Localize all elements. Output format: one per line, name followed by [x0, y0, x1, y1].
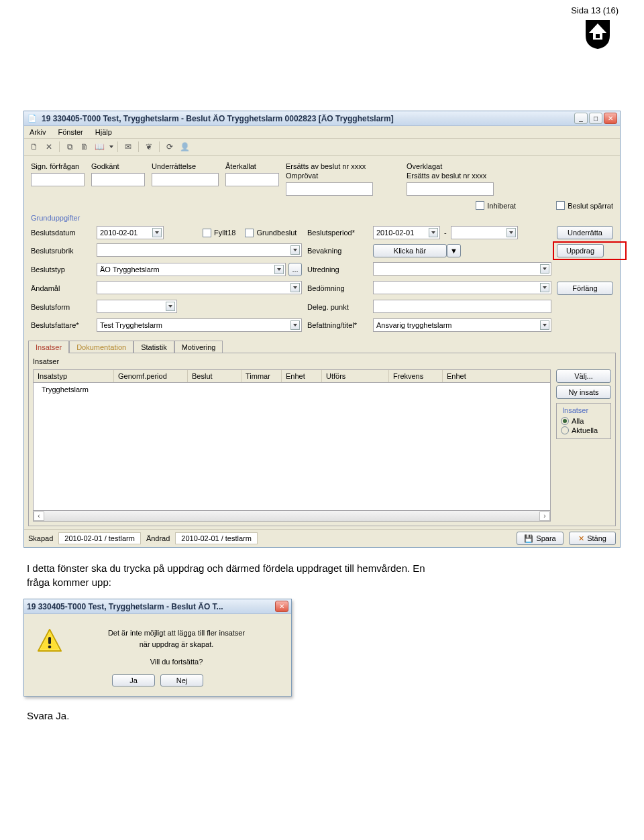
menu-hjalp[interactable]: Hjälp [95, 128, 112, 136]
andamal-combo[interactable] [97, 281, 302, 294]
minimize-button[interactable]: _ [574, 113, 588, 124]
beslutsfattare-combo[interactable]: Test Trygghetslarm [97, 318, 302, 332]
app-icon: 📄 [27, 113, 38, 124]
tab-dokumentation[interactable]: Dokumentation [69, 341, 133, 353]
omprovat-input[interactable] [286, 182, 373, 196]
chevron-down-icon[interactable] [429, 228, 438, 237]
deleg-input[interactable] [373, 300, 551, 313]
chevron-down-icon[interactable] [274, 265, 284, 274]
label-beslutsrubrik: Beslutsrubrik [31, 247, 88, 255]
ny-insats-button[interactable]: Ny insats [556, 385, 611, 399]
answer-text: Svara Ja. [27, 710, 617, 721]
chevron-down-icon[interactable] [290, 320, 300, 330]
label-ersatts-av: Ersätts av beslut nr xxxx [286, 162, 401, 170]
horizontal-scrollbar[interactable]: ‹ › [34, 510, 550, 521]
label-skapad: Skapad [28, 534, 53, 542]
chevron-down-icon[interactable] [540, 264, 549, 274]
svg-rect-0 [596, 34, 600, 38]
beslut-sparrat-checkbox[interactable]: Beslut spärrat [556, 201, 613, 210]
forlang-button[interactable]: Förläng [557, 282, 613, 295]
utredning-combo[interactable] [373, 262, 551, 276]
beslutsrubrik-combo[interactable] [97, 243, 302, 257]
fyllt18-checkbox[interactable]: Fyllt18 [203, 229, 235, 237]
chevron-down-icon[interactable] [166, 302, 175, 311]
label-andrad: Ändrad [146, 534, 170, 542]
titlebar: 📄 19 330405-T000 Test, Trygghetslarm - B… [24, 111, 620, 126]
chevron-down-icon[interactable] [540, 283, 549, 292]
skapad-value: 2010-02-01 / testlarm [58, 532, 141, 544]
shield-logo-icon [585, 19, 610, 50]
delete-icon[interactable]: ✕ [43, 141, 55, 153]
tab-statistik[interactable]: Statistik [133, 341, 174, 353]
label-bevakning: Bevakning [307, 247, 364, 255]
label-omprovat: Omprövat [286, 172, 401, 180]
beslutstyp-ellipsis-button[interactable]: ... [288, 263, 302, 276]
window-title: 19 330405-T000 Test, Trygghetslarm - Bes… [42, 114, 574, 123]
instruction-text: I detta fönster ska du trycka på uppdrag… [27, 561, 617, 589]
befattning-combo[interactable]: Ansvarig trygghetslarm [373, 318, 551, 332]
svg-point-2 [48, 646, 52, 649]
table-row[interactable]: Trygghetslarm [38, 384, 546, 395]
bedomning-combo[interactable] [373, 281, 551, 294]
beslutsperiod-to-combo[interactable] [451, 226, 518, 239]
sign-input[interactable] [31, 173, 85, 186]
chevron-down-icon[interactable] [540, 320, 549, 330]
chevron-down-icon[interactable] [290, 245, 300, 255]
beslutsdatum-combo[interactable]: 2010-02-01 [97, 226, 164, 239]
panel-title: Insatser [33, 357, 611, 365]
underrattelse-input[interactable] [152, 173, 219, 186]
label-bedomning: Bedömning [307, 284, 364, 292]
grundbeslut-checkbox[interactable]: Grundbeslut [245, 229, 297, 237]
beslutsform-combo[interactable] [97, 300, 177, 313]
mail-icon[interactable]: ✉ [122, 141, 134, 153]
tab-insatser[interactable]: Insatser [28, 341, 69, 353]
label-ersatts-av-2: Ersätts av beslut nr xxxx [407, 172, 608, 180]
col-enhet: Enhet [282, 370, 322, 382]
dialog-title: 19 330405-T000 Test, Trygghetslarm - Bes… [27, 602, 275, 611]
chevron-down-icon[interactable] [152, 228, 162, 237]
maximize-button[interactable]: □ [589, 113, 602, 124]
ja-button[interactable]: Ja [112, 674, 155, 686]
stang-button[interactable]: ✕Stäng [569, 532, 616, 545]
copy-icon[interactable]: ⧉ [64, 141, 76, 153]
godkant-input[interactable] [91, 173, 145, 186]
valj-button[interactable]: Välj... [556, 369, 611, 383]
menu-arkiv[interactable]: Arkiv [30, 128, 46, 136]
doc-icon[interactable]: 🗎 [78, 141, 91, 153]
chevron-down-icon[interactable] [506, 228, 516, 237]
menu-fonster[interactable]: Fönster [58, 128, 83, 136]
beslutsperiod-from-combo[interactable]: 2010-02-01 [373, 226, 440, 239]
col-beslut: Beslut [188, 370, 241, 382]
refresh-icon[interactable]: ⟳ [164, 141, 176, 153]
new-icon[interactable]: 🗋 [28, 141, 40, 153]
klicka-har-button[interactable]: Klicka här [373, 244, 447, 257]
book-icon[interactable]: 📖 [93, 141, 105, 153]
scroll-left-icon[interactable]: ‹ [34, 512, 44, 521]
tab-motivering[interactable]: Motivering [174, 341, 223, 353]
inhiberat-checkbox[interactable]: Inhiberat [476, 201, 516, 210]
col-frekvens: Frekvens [389, 370, 443, 382]
scroll-right-icon[interactable]: › [539, 512, 550, 521]
warning-icon [36, 627, 63, 654]
uppdrag-button[interactable]: Uppdrag [557, 244, 604, 257]
nej-button[interactable]: Nej [160, 674, 203, 686]
close-button[interactable]: ✕ [604, 113, 617, 124]
check-icon[interactable]: ❦ [143, 141, 155, 153]
bevakning-drop-button[interactable]: ▼ [447, 244, 461, 257]
insatser-fieldset-label: Insatser [561, 406, 590, 414]
underratta-button[interactable]: Underrätta [557, 226, 613, 239]
main-window: 📄 19 330405-T000 Test, Trygghetslarm - B… [23, 111, 621, 548]
radio-alla[interactable]: Alla [561, 417, 606, 425]
chevron-down-icon[interactable] [109, 145, 113, 148]
radio-aktuella[interactable]: Aktuella [561, 426, 606, 434]
cell-insatstyp: Trygghetslarm [38, 384, 118, 395]
spara-button[interactable]: 💾Spara [517, 532, 564, 545]
close-icon: ✕ [578, 534, 584, 543]
chevron-down-icon[interactable] [290, 283, 300, 292]
beslutstyp-combo[interactable]: ÄO Trygghetslarm [97, 263, 286, 276]
ersatts2-input[interactable] [407, 182, 494, 196]
person-icon[interactable]: 👤 [178, 141, 191, 153]
aterkallat-input[interactable] [225, 173, 279, 186]
confirm-dialog: 19 330405-T000 Test, Trygghetslarm - Bes… [23, 599, 292, 697]
dialog-close-button[interactable]: ✕ [275, 601, 288, 612]
